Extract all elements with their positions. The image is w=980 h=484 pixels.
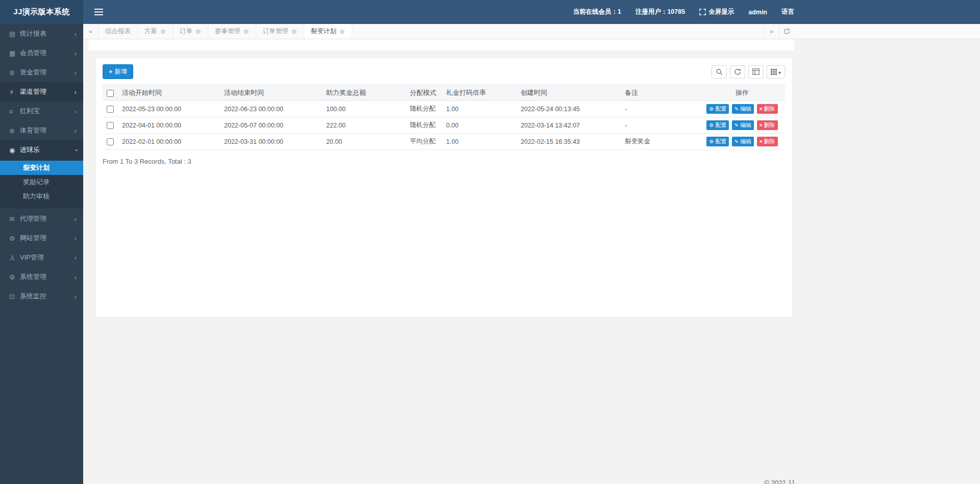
actions-cell: 配置 编辑 删除 <box>699 101 785 117</box>
sidebar-item-channels[interactable]: 渠道管理 <box>0 82 83 101</box>
delete-button[interactable]: 删除 <box>757 120 778 130</box>
tab-match-management[interactable]: 赛事管理 <box>208 24 256 39</box>
tab-label: 裂变计划 <box>311 27 336 36</box>
table-row: 2022-05-23 00:00:00 2022-06-23 00:00:00 … <box>103 101 785 117</box>
chevron-left-icon <box>75 293 77 300</box>
add-button[interactable]: 新增 <box>103 64 133 79</box>
close-circle-icon[interactable] <box>195 28 201 35</box>
cell-created: 2022-02-15 16:35:43 <box>517 134 621 150</box>
tab-label: 综合报表 <box>105 27 131 36</box>
tabs-scroll-left-button[interactable] <box>83 24 99 39</box>
actions-cell: 配置 编辑 删除 <box>699 134 785 150</box>
config-button[interactable]: 配置 <box>706 104 729 114</box>
cell-mode: 随机分配 <box>406 117 442 134</box>
sidebar-item-funds[interactable]: 资金管理 <box>0 63 83 82</box>
search-button[interactable] <box>712 65 727 79</box>
row-checkbox[interactable] <box>107 138 114 145</box>
sidebar-item-statistics[interactable]: 统计报表 <box>0 24 83 43</box>
columns-dropdown-button[interactable] <box>767 65 785 79</box>
chevron-left-icon <box>75 89 77 95</box>
table-view-button[interactable] <box>748 65 764 79</box>
chevron-left-icon <box>75 50 77 57</box>
select-all-checkbox[interactable] <box>107 90 114 97</box>
vip-user-icon <box>9 254 20 262</box>
refresh-button[interactable] <box>730 65 745 79</box>
sidebar-item-agents[interactable]: 代理管理 <box>0 209 83 228</box>
sidebar-subitem-boost-review[interactable]: 助力审核 <box>0 189 83 203</box>
chevron-left-icon <box>75 31 77 37</box>
add-button-label: 新增 <box>115 67 127 76</box>
sidebar-item-label: 体育管理 <box>20 126 75 135</box>
sidebar-subitem-label: 助力审核 <box>23 192 50 201</box>
tab-fission-plan[interactable]: 裂变计划 <box>304 24 352 39</box>
fullscreen-button[interactable]: 全屏显示 <box>699 8 734 16</box>
bonus-money-icon <box>9 108 20 115</box>
user-menu[interactable]: admin <box>748 9 767 16</box>
sidebar-item-vip[interactable]: VIP管理 <box>0 248 83 267</box>
sidebar-item-label: 资金管理 <box>20 68 75 77</box>
tabs-strip: 综合报表 方案 订单 赛事管理 订单管理 <box>99 24 352 39</box>
close-circle-icon[interactable] <box>243 28 249 35</box>
cell-remark: - <box>621 101 699 117</box>
chevron-left-icon <box>75 69 77 76</box>
sidebar-item-monitor[interactable]: 系统监控 <box>0 287 83 306</box>
tab-refresh-button[interactable] <box>779 24 794 39</box>
fission-plan-table: 活动开始时间 活动结束时间 助力奖金总额 分配模式 礼金打码倍率 创建时间 备注… <box>103 85 785 150</box>
fullscreen-icon <box>699 9 706 15</box>
actions-cell: 配置 编辑 删除 <box>699 117 785 134</box>
table-row: 2022-02-01 00:00:00 2022-03-31 00:00:00 … <box>103 134 785 150</box>
close-circle-icon[interactable] <box>160 28 166 35</box>
sidebar-toggle-button[interactable] <box>94 9 103 15</box>
sports-globe-icon <box>9 127 20 135</box>
edit-button[interactable]: 编辑 <box>732 120 754 130</box>
sidebar-item-goal-game[interactable]: 进球乐 <box>0 140 83 160</box>
cell-amount: 100.00 <box>322 101 406 117</box>
config-button[interactable]: 配置 <box>706 137 729 146</box>
edit-button[interactable]: 编辑 <box>732 137 754 146</box>
cell-rate: 0.00 <box>442 117 517 134</box>
columns-grid-icon <box>771 69 777 75</box>
tab-bar: 综合报表 方案 订单 赛事管理 订单管理 <box>83 24 980 39</box>
tab-orders[interactable]: 订单 <box>173 24 208 39</box>
card-toolbar: 新增 <box>103 64 785 79</box>
sidebar-subitem-label: 奖励记录 <box>23 177 50 187</box>
delete-button[interactable]: 删除 <box>757 104 778 114</box>
sidebar-item-members[interactable]: 会员管理 <box>0 43 83 63</box>
hamburger-icon <box>94 9 103 15</box>
config-icon <box>709 107 714 112</box>
row-checkbox[interactable] <box>107 122 114 129</box>
sidebar-item-label: 系统管理 <box>20 272 75 282</box>
row-checkbox[interactable] <box>107 106 114 113</box>
close-circle-icon[interactable] <box>291 28 297 35</box>
language-menu[interactable]: 语言 <box>781 8 794 16</box>
refresh-icon <box>734 68 741 75</box>
top-header: JJ演示版本系统 当前在线会员：1 注册用户：10785 全屏显示 admin … <box>0 0 980 24</box>
records-summary: From 1 To 3 Records, Total : 3 <box>103 158 785 165</box>
agent-mail-icon <box>9 215 20 223</box>
tabs-scroll-right-button[interactable] <box>764 24 779 39</box>
cell-remark: - <box>621 117 699 134</box>
tab-plan[interactable]: 方案 <box>138 24 173 39</box>
tab-overview-report[interactable]: 综合报表 <box>99 24 138 39</box>
sidebar-item-website[interactable]: 网站管理 <box>0 228 83 248</box>
cell-remark: 裂变奖金 <box>621 134 699 150</box>
sidebar-subitem-label: 裂变计划 <box>23 163 50 172</box>
goal-ball-icon <box>9 146 20 154</box>
sidebar-item-bonus[interactable]: 红利宝 <box>0 101 83 121</box>
edit-button[interactable]: 编辑 <box>732 104 754 114</box>
sidebar-item-system[interactable]: 系统管理 <box>0 267 83 287</box>
sidebar-item-label: 渠道管理 <box>20 87 75 96</box>
col-header-end-time: 活动结束时间 <box>220 85 322 101</box>
config-button[interactable]: 配置 <box>706 120 729 130</box>
tab-label: 订单 <box>180 27 192 36</box>
col-header-remark: 备注 <box>621 85 699 101</box>
sidebar-subitem-reward-records[interactable]: 奖励记录 <box>0 175 83 189</box>
tab-order-management[interactable]: 订单管理 <box>256 24 304 39</box>
col-header-mode: 分配模式 <box>406 85 442 101</box>
close-circle-icon[interactable] <box>339 28 345 35</box>
sidebar-item-sports[interactable]: 体育管理 <box>0 121 83 140</box>
caret-down-icon <box>778 67 781 77</box>
sidebar-subitem-fission-plan[interactable]: 裂变计划 <box>0 161 83 175</box>
delete-button[interactable]: 删除 <box>757 137 778 146</box>
cell-rate: 1.00 <box>442 134 517 150</box>
